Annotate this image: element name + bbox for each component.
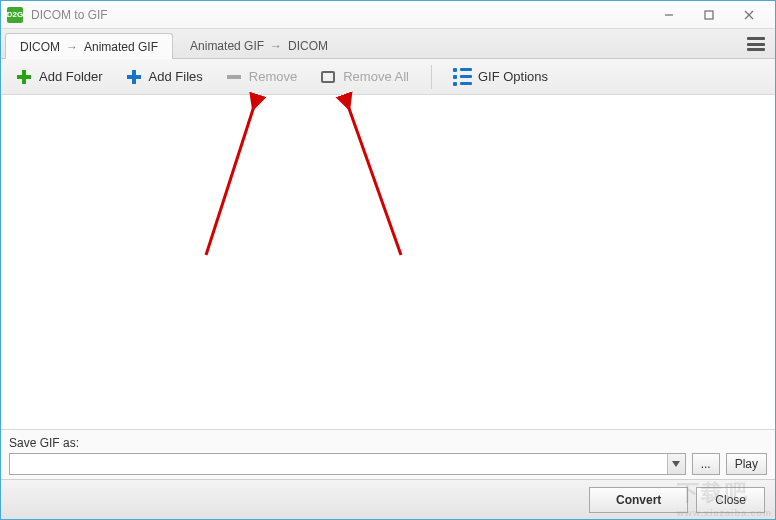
tab-label-part: DICOM	[288, 39, 328, 53]
svg-rect-9	[322, 72, 334, 82]
button-label: GIF Options	[478, 69, 548, 84]
footer-bar: Convert Close 下载吧 www.xiazaiba.com	[1, 479, 775, 519]
save-label: Save GIF as:	[9, 436, 767, 450]
plus-icon	[15, 68, 33, 86]
file-list-area	[1, 95, 775, 430]
gif-options-button[interactable]: GIF Options	[450, 65, 552, 89]
plus-icon	[125, 68, 143, 86]
button-label: Add Files	[149, 69, 203, 84]
annotation-arrow	[191, 95, 271, 269]
tab-gif-to-dicom[interactable]: Animated GIF → DICOM	[175, 32, 343, 58]
tab-strip: DICOM → Animated GIF Animated GIF → DICO…	[1, 29, 775, 59]
play-button[interactable]: Play	[726, 453, 767, 475]
tab-label-part: Animated GIF	[84, 40, 158, 54]
titlebar: D2G DICOM to GIF	[1, 1, 775, 29]
remove-button[interactable]: Remove	[221, 65, 301, 89]
close-button[interactable]: Close	[696, 487, 765, 513]
arrow-right-icon: →	[66, 40, 78, 54]
svg-line-11	[346, 100, 401, 255]
save-path-input[interactable]	[9, 453, 686, 475]
add-folder-button[interactable]: Add Folder	[11, 65, 107, 89]
remove-all-button[interactable]: Remove All	[315, 65, 413, 89]
svg-rect-1	[705, 11, 713, 19]
square-icon	[319, 68, 337, 86]
minimize-button[interactable]	[649, 4, 689, 26]
save-panel: Save GIF as: ... Play	[1, 430, 775, 479]
window-controls	[649, 4, 769, 26]
button-label: Remove	[249, 69, 297, 84]
button-label: Add Folder	[39, 69, 103, 84]
tab-dicom-to-gif[interactable]: DICOM → Animated GIF	[5, 33, 173, 59]
convert-button[interactable]: Convert	[589, 487, 688, 513]
svg-line-10	[206, 100, 256, 255]
minus-icon	[225, 68, 243, 86]
window-title: DICOM to GIF	[31, 8, 649, 22]
browse-button[interactable]: ...	[692, 453, 720, 475]
button-label: Remove All	[343, 69, 409, 84]
app-icon: D2G	[7, 7, 23, 23]
arrow-right-icon: →	[270, 39, 282, 53]
close-window-button[interactable]	[729, 4, 769, 26]
toolbar: Add Folder Add Files Remove Remove All G…	[1, 59, 775, 95]
annotation-arrow	[301, 95, 411, 269]
app-window: D2G DICOM to GIF DICOM → Animated GIF An…	[0, 0, 776, 520]
separator	[431, 65, 432, 89]
menu-button[interactable]	[745, 35, 767, 53]
add-files-button[interactable]: Add Files	[121, 65, 207, 89]
tab-label-part: Animated GIF	[190, 39, 264, 53]
tab-label-part: DICOM	[20, 40, 60, 54]
maximize-button[interactable]	[689, 4, 729, 26]
dropdown-icon[interactable]	[667, 454, 685, 474]
save-path-combo[interactable]	[9, 453, 686, 475]
options-icon	[454, 68, 472, 86]
